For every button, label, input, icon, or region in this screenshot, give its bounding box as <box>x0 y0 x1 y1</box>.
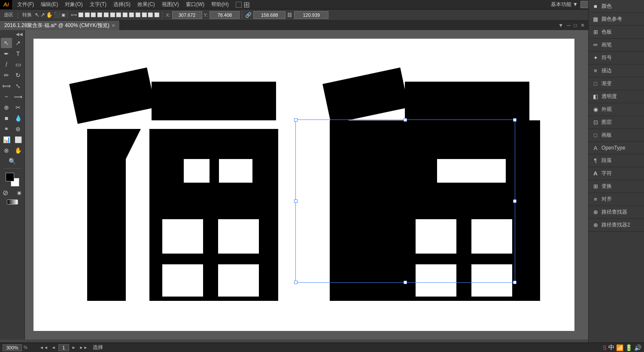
handle-tc[interactable] <box>404 118 407 122</box>
warp-tool[interactable]: ~ <box>1 92 12 102</box>
zoom-tool[interactable]: 🔍 <box>7 156 18 166</box>
panel-stroke[interactable]: ≡ 描边 <box>589 64 644 77</box>
fu-character-left[interactable] <box>51 64 291 318</box>
battery-icon[interactable]: 🔋 <box>625 344 632 351</box>
panel-layer[interactable]: ⊡ 图层 <box>589 116 644 129</box>
menu-edit[interactable]: 编辑(E) <box>37 0 61 9</box>
doc-tab-close[interactable]: ✕ <box>112 23 115 28</box>
handle-br[interactable] <box>513 281 516 284</box>
page-input[interactable] <box>58 344 69 351</box>
panel-pathfinder[interactable]: ⊕ 路径查找器 <box>589 206 644 219</box>
workspace-label[interactable]: 基本功能 ▼ <box>551 1 578 8</box>
volume-icon[interactable]: 🔊 <box>634 344 641 351</box>
direct-select-icon[interactable]: ↗ <box>40 12 45 18</box>
svg-rect-0 <box>69 67 155 124</box>
panel-artboard[interactable]: □ 画板 <box>589 129 644 142</box>
handle-ml[interactable] <box>294 199 298 203</box>
document-tab[interactable]: 2016.1.28聚含亲·福.ai* @ 400% (CMYK/预览) ✕ <box>0 21 120 30</box>
width-tool[interactable]: ⟿ <box>12 92 24 102</box>
panel-symbol[interactable]: ✦ 符号 <box>589 52 644 64</box>
rect-tool[interactable]: ▭ <box>12 59 24 70</box>
menu-window[interactable]: 窗口(W) <box>182 0 208 9</box>
x-input[interactable] <box>172 11 202 19</box>
build-tool[interactable]: ⊕ <box>1 102 12 113</box>
hand-icon[interactable]: ✋ <box>46 12 53 18</box>
panel-align-label: 对齐 <box>601 196 612 203</box>
slice-tool[interactable]: ⊗ <box>1 145 12 156</box>
gradient-box[interactable] <box>7 199 18 205</box>
menu-effect[interactable]: 效果(C) <box>134 0 158 9</box>
scale-tool[interactable]: ⤡ <box>12 81 24 91</box>
gradient-tool[interactable]: ■ <box>1 113 12 123</box>
graph-tool[interactable]: 📊 <box>1 135 12 145</box>
pencil-tool[interactable]: ✏ <box>1 70 12 80</box>
direct-select-tool[interactable]: ↗ <box>12 38 24 48</box>
grid-icon: ⊞ <box>243 0 250 9</box>
line-tool[interactable]: / <box>1 59 12 70</box>
page-last-btn[interactable]: ►► <box>79 345 89 350</box>
panel-character-label: 字符 <box>601 170 612 177</box>
rotate-tool[interactable]: ↻ <box>12 70 24 80</box>
tab-maximize[interactable]: □ <box>572 22 579 28</box>
menu-object[interactable]: 对象(O) <box>61 0 86 9</box>
handle-mr[interactable] <box>513 199 516 203</box>
page-next-btn[interactable]: ► <box>71 345 77 350</box>
ime-icon[interactable]: 中 <box>608 344 614 352</box>
transform-icon: ⊞ <box>592 183 599 190</box>
panel-color-ref[interactable]: ▦ 颜色参考 <box>589 13 644 26</box>
type-tool[interactable]: T <box>12 49 24 59</box>
h-input[interactable] <box>294 11 328 19</box>
tab-minimize[interactable]: ─ <box>565 22 572 28</box>
selection-bounding-box <box>295 119 515 283</box>
panel-opentype[interactable]: A OpenType <box>589 142 644 154</box>
appearance-icon: ◉ <box>592 106 599 113</box>
checkbox-placeholder[interactable] <box>236 2 242 8</box>
select-arrow-icon[interactable]: ↖ <box>35 12 39 18</box>
panel-color[interactable]: ■ 颜色 <box>589 0 644 13</box>
panel-character[interactable]: A 字符 <box>589 167 644 180</box>
w-input[interactable] <box>253 11 286 19</box>
eyedropper-tool[interactable]: 💧 <box>12 113 24 123</box>
menu-help[interactable]: 帮助(H) <box>208 0 232 9</box>
symbol-spray-tool[interactable]: ⊛ <box>12 124 24 134</box>
foreground-color[interactable] <box>6 173 14 181</box>
panel-link-tracker[interactable]: ⊗ 路径查找器2 <box>589 219 644 232</box>
color-mode-toggle[interactable]: ▣ <box>14 187 25 198</box>
tab-close[interactable]: ✕ <box>579 22 586 28</box>
panel-paragraph[interactable]: ¶ 段落 <box>589 154 644 167</box>
handle-bc[interactable] <box>404 281 407 284</box>
menu-file[interactable]: 文件(F) <box>14 0 37 9</box>
artboard-tool[interactable]: ⬜ <box>12 135 24 145</box>
status-text: 选择 <box>90 344 106 351</box>
menu-text[interactable]: 文字(T) <box>86 0 110 9</box>
knife-tool[interactable]: ✂ <box>12 102 24 113</box>
y-input[interactable] <box>210 11 240 19</box>
handle-tr[interactable] <box>513 118 516 122</box>
panel-align[interactable]: ≡ 对齐 <box>589 193 644 206</box>
sogou-icon[interactable]: S <box>603 344 607 351</box>
zoom-input[interactable] <box>3 344 22 351</box>
panel-gradient[interactable]: □ 渐变 <box>589 77 644 90</box>
reflect-tool[interactable]: ⟺ <box>1 81 12 91</box>
panel-palette[interactable]: ⊞ 色板 <box>589 26 644 39</box>
panel-opacity[interactable]: ◧ 透明度 <box>589 90 644 103</box>
tab-arrange-btn[interactable]: ▼ <box>556 22 565 28</box>
handle-bl[interactable] <box>294 281 298 284</box>
toolbox-collapse[interactable]: ◀◀ <box>16 32 23 37</box>
menu-select[interactable]: 选择(S) <box>110 0 134 9</box>
panel-appearance[interactable]: ◉ 外观 <box>589 103 644 116</box>
page-prev-btn[interactable]: ◄ <box>51 345 57 350</box>
selection-tool[interactable]: ↖ <box>1 38 12 48</box>
fill-icon[interactable]: ▣ <box>61 12 65 17</box>
panel-brush[interactable]: ✏ 画笔 <box>589 39 644 52</box>
panel-transform[interactable]: ⊞ 变换 <box>589 180 644 193</box>
pen-tool[interactable]: ✒ <box>1 49 12 59</box>
blend-tool[interactable]: ⚭ <box>1 124 12 134</box>
align-left-icon[interactable]: ⬛ <box>54 12 61 18</box>
menu-view[interactable]: 视图(V) <box>158 0 182 9</box>
page-first-btn[interactable]: ◄◄ <box>39 345 49 350</box>
network-icon[interactable]: 📶 <box>616 344 623 351</box>
none-color[interactable]: ⊘ <box>0 187 11 198</box>
hand-tool[interactable]: ✋ <box>12 145 24 156</box>
handle-tl[interactable] <box>294 118 298 122</box>
